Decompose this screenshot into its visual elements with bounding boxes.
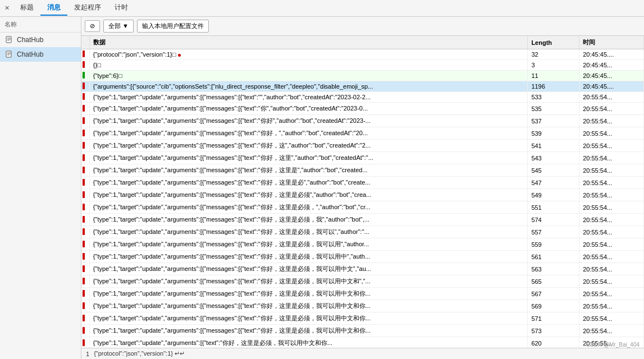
sidebar-title: 名称: [0, 17, 81, 33]
row-data: {"arguments":[{"source":"cib","optionsSe…: [89, 81, 528, 92]
row-length: 3: [528, 60, 579, 71]
row-indicator: [81, 238, 89, 251]
svg-rect-0: [6, 36, 11, 43]
doc-icon: [4, 35, 13, 44]
table-row[interactable]: {"type":1,"target":"update","arguments":…: [81, 325, 644, 337]
row-indicator: [81, 152, 89, 164]
row-time: 20:55:54...: [579, 177, 644, 189]
row-data: {"type":1,"target":"update","arguments":…: [89, 263, 528, 275]
row-length: 539: [528, 127, 579, 140]
table-row[interactable]: {"type":1,"target":"update","arguments":…: [81, 263, 644, 275]
row-indicator: [81, 312, 89, 325]
row-indicator: [81, 71, 89, 81]
row-time: 20:45:45...: [579, 71, 644, 81]
row-time: 20:55:54...: [579, 214, 644, 226]
table-row[interactable]: {"protocol":"json","version":1}□3220:45:…: [81, 49, 644, 60]
row-indicator: [81, 60, 89, 71]
table-row[interactable]: {"type":6}□1120:45:45...: [81, 71, 644, 81]
row-data: {"type":1,"target":"update","arguments":…: [89, 275, 528, 288]
row-data: {"type":1,"target":"update","arguments":…: [89, 325, 528, 337]
row-data: {"type":1,"target":"update","arguments":…: [89, 251, 528, 263]
table-row[interactable]: {"type":1,"target":"update","arguments":…: [81, 164, 644, 177]
table-row[interactable]: {"type":1,"target":"update","arguments":…: [81, 337, 644, 348]
row-time: 20:55:54...: [579, 140, 644, 152]
col-indicator-header: [81, 36, 89, 49]
row-length: 535: [528, 103, 579, 115]
table-row[interactable]: {"type":1,"target":"update","arguments":…: [81, 300, 644, 312]
table-row[interactable]: {"type":1,"target":"update","arguments":…: [81, 251, 644, 263]
row-length: 563: [528, 263, 579, 275]
table-row[interactable]: {"type":1,"target":"update","arguments":…: [81, 238, 644, 251]
row-length: 537: [528, 115, 579, 127]
row-time: 20:55:54...: [579, 103, 644, 115]
row-length: 559: [528, 238, 579, 251]
row-indicator: [81, 177, 89, 189]
row-indicator: [81, 92, 89, 103]
row-indicator: [81, 127, 89, 140]
table-row[interactable]: {"type":1,"target":"update","arguments":…: [81, 201, 644, 214]
row-length: 573: [528, 325, 579, 337]
table-row[interactable]: {"type":1,"target":"update","arguments":…: [81, 288, 644, 300]
row-indicator: [81, 226, 89, 238]
row-indicator: [81, 300, 89, 312]
row-length: 32: [528, 49, 579, 60]
sidebar-item-chathub-1[interactable]: ChatHub: [0, 33, 81, 47]
row-length: 620: [528, 337, 579, 348]
row-data: {"type":1,"target":"update","arguments":…: [89, 300, 528, 312]
tab-initiator[interactable]: 发起程序: [67, 1, 108, 16]
data-table-container[interactable]: 数据 Length 时间 {"protocol":"json","version…: [81, 36, 644, 348]
table-row[interactable]: {"type":1,"target":"update","arguments":…: [81, 140, 644, 152]
row-data: {"type":1,"target":"update","arguments":…: [89, 152, 528, 164]
table-row[interactable]: {"type":1,"target":"update","arguments":…: [81, 152, 644, 164]
table-row[interactable]: {"type":1,"target":"update","arguments":…: [81, 226, 644, 238]
row-data: {"protocol":"json","version":1}□: [89, 49, 528, 60]
row-data: {"type":1,"target":"update","arguments":…: [89, 164, 528, 177]
row-indicator: [81, 81, 89, 92]
table-row[interactable]: {"type":1,"target":"update","arguments":…: [81, 189, 644, 201]
table-row[interactable]: {"type":1,"target":"update","arguments":…: [81, 92, 644, 103]
row-time: 20:55:54...: [579, 325, 644, 337]
table-row[interactable]: {}□320:45:45...: [81, 60, 644, 71]
table-row[interactable]: {"type":1,"target":"update","arguments":…: [81, 127, 644, 140]
toolbar: ⊘ 全部 ▼ 输入本地用户配置文件: [81, 17, 644, 36]
row-indicator: [81, 140, 89, 152]
col-length-header: Length: [528, 36, 579, 49]
table-row[interactable]: {"type":1,"target":"update","arguments":…: [81, 214, 644, 226]
block-button[interactable]: ⊘: [85, 20, 100, 32]
status-bar: 1 {"protocol":"json","version":1} ↵↵: [81, 348, 644, 359]
row-time: 20:55:54...: [579, 300, 644, 312]
row-data: {"type":1,"target":"update","arguments":…: [89, 127, 528, 140]
row-indicator: [81, 201, 89, 214]
sidebar-item-chathub-2[interactable]: ChatHub: [0, 47, 81, 62]
table-row[interactable]: {"arguments":[{"source":"cib","optionsSe…: [81, 81, 644, 92]
row-length: 551: [528, 201, 579, 214]
row-length: 1196: [528, 81, 579, 92]
table-row[interactable]: {"type":1,"target":"update","arguments":…: [81, 275, 644, 288]
row-data: {"type":1,"target":"update","arguments":…: [89, 238, 528, 251]
row-indicator: [81, 275, 89, 288]
sidebar-label-2: ChatHub: [17, 50, 43, 58]
table-row[interactable]: {"type":1,"target":"update","arguments":…: [81, 103, 644, 115]
table-row[interactable]: {"type":1,"target":"update","arguments":…: [81, 177, 644, 189]
row-length: 541: [528, 140, 579, 152]
tab-timing[interactable]: 计时: [108, 1, 135, 16]
row-data: {"type":1,"target":"update","arguments":…: [89, 201, 528, 214]
row-indicator: [81, 214, 89, 226]
row-length: 533: [528, 92, 579, 103]
row-data: {"type":1,"target":"update","arguments":…: [89, 92, 528, 103]
row-length: 543: [528, 152, 579, 164]
row-indicator: [81, 263, 89, 275]
input-config-button[interactable]: 输入本地用户配置文件: [137, 20, 209, 33]
tab-close-button[interactable]: ✕: [2, 4, 11, 13]
table-row[interactable]: {"type":1,"target":"update","arguments":…: [81, 312, 644, 325]
row-data: {"type":1,"target":"update","arguments":…: [89, 177, 528, 189]
sidebar-label-1: ChatHub: [17, 36, 43, 44]
row-data: {"type":1,"target":"update","arguments":…: [89, 312, 528, 325]
row-indicator: [81, 164, 89, 177]
row-indicator: [81, 49, 89, 60]
all-filter-button[interactable]: 全部 ▼: [103, 20, 134, 33]
table-row[interactable]: {"type":1,"target":"update","arguments":…: [81, 115, 644, 127]
tab-message[interactable]: 消息: [40, 1, 67, 16]
tab-title[interactable]: 标题: [13, 1, 40, 16]
row-length: 11: [528, 71, 579, 81]
